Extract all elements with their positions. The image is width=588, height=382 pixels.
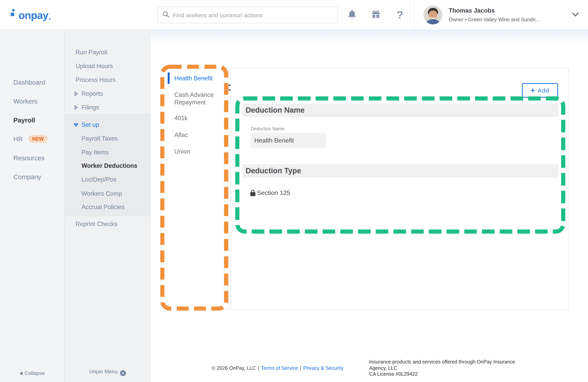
question-mark-icon: ? <box>397 9 403 21</box>
menu-item-upload-hours[interactable]: Upload Hours <box>76 61 113 71</box>
collapse-menu-button[interactable]: Collapse <box>0 370 64 376</box>
privacy-security-link[interactable]: Privacy & Security <box>303 365 343 371</box>
menu-item-accrual-policies[interactable]: Accrual Policies <box>82 202 125 212</box>
deduction-type-value: Section 125 <box>250 189 290 197</box>
primary-sidebar: Dashboard Workers Payroll HR NEW Resourc… <box>0 30 64 382</box>
unpin-menu-button[interactable]: Unpin Menu✕ <box>64 368 151 376</box>
payroll-submenu: Run Payroll Upload Hours Process Hours R… <box>64 30 151 382</box>
deduction-item-aflac[interactable]: Aflac <box>174 131 224 139</box>
footer-insurance-disclaimer: Insurance products and services offered … <box>369 359 515 378</box>
sidebar-item-dashboard[interactable]: Dashboard <box>13 77 45 88</box>
triangle-right-icon[interactable] <box>74 89 78 98</box>
menu-item-reports[interactable]: Reports <box>82 89 103 98</box>
user-menu[interactable]: Thomas Jacobs Owner • Green Valley Wine … <box>414 0 588 30</box>
deduction-item-cash-advance-repayment[interactable]: Cash Advance Repayment <box>174 91 224 106</box>
menu-item-payroll-taxes[interactable]: Payroll Taxes <box>82 134 118 143</box>
menu-item-loc-dep-pos[interactable]: Loc/Dep/Pos <box>82 175 117 184</box>
notifications-button[interactable] <box>344 7 360 23</box>
menu-item-run-payroll[interactable]: Run Payroll <box>76 48 107 57</box>
search-icon <box>163 11 169 19</box>
deduction-detail-panel: + Add Deduction Name Deduction Name Dedu… <box>231 68 569 310</box>
main-content: Payroll Deductions Health Benefit Cash A… <box>151 30 588 382</box>
sidebar-item-payroll[interactable]: Payroll <box>13 115 35 125</box>
gift-icon <box>371 9 380 21</box>
deduction-list-panel: Health Benefit Cash Advance Repayment 40… <box>161 68 229 310</box>
plus-icon: + <box>530 86 535 95</box>
menu-item-pay-items[interactable]: Pay Items <box>82 148 109 157</box>
search-input[interactable] <box>173 12 333 18</box>
deduction-name-section-header: Deduction Name <box>242 104 559 117</box>
app-window: onpay ® ? Thomas Jacobs <box>0 0 588 382</box>
triangle-left-icon <box>20 372 22 376</box>
help-button[interactable]: ? <box>392 7 408 23</box>
chevron-down-icon <box>572 11 579 19</box>
whats-new-button[interactable] <box>368 7 384 23</box>
deduction-name-input[interactable] <box>251 133 326 148</box>
menu-item-set-up[interactable]: Set up <box>82 120 99 130</box>
setup-subsection: Set up Payroll Taxes Pay Items Worker De… <box>64 114 151 216</box>
onpay-logo-mark-icon <box>11 8 17 21</box>
deduction-name-field-label: Deduction Name <box>251 126 284 131</box>
menu-item-workers-comp[interactable]: Workers Comp <box>82 189 122 199</box>
sidebar-item-company[interactable]: Company <box>13 172 41 182</box>
top-bar: onpay ® ? Thomas Jacobs <box>0 0 588 30</box>
new-badge: NEW <box>28 135 48 143</box>
menu-item-reprint-checks[interactable]: Reprint Checks <box>76 219 117 229</box>
sidebar-item-workers[interactable]: Workers <box>13 96 37 106</box>
bell-icon <box>347 9 356 21</box>
circle-close-icon: ✕ <box>120 370 126 376</box>
deduction-item-union[interactable]: Union <box>174 148 224 155</box>
deduction-type-section-header: Deduction Type <box>242 164 559 178</box>
triangle-right-icon[interactable] <box>74 103 78 112</box>
sidebar-item-resources[interactable]: Resources <box>13 153 44 163</box>
menu-item-worker-deductions[interactable]: Worker Deductions <box>82 161 137 171</box>
active-item-indicator <box>168 72 170 84</box>
user-name: Thomas Jacobs <box>449 7 495 14</box>
add-deduction-button[interactable]: + Add <box>522 83 558 98</box>
menu-item-process-hours[interactable]: Process Hours <box>76 75 116 85</box>
deduction-item-401k[interactable]: 401k <box>174 114 224 122</box>
user-subtitle: Owner • Green Valley Wine and Sundri... <box>449 17 540 22</box>
footer-copyright: © 2026 OnPay, LLC|Terms of Service|Priva… <box>212 365 343 371</box>
avatar <box>423 5 442 24</box>
lock-icon <box>250 190 255 196</box>
deduction-item-health-benefit[interactable]: Health Benefit <box>174 74 224 82</box>
sidebar-item-hr[interactable]: HR NEW <box>13 134 48 144</box>
triangle-down-icon[interactable] <box>74 120 78 130</box>
menu-item-filings[interactable]: Filings <box>82 103 99 112</box>
onpay-logo[interactable]: onpay ® <box>11 8 51 21</box>
terms-of-service-link[interactable]: Terms of Service <box>261 365 298 371</box>
global-search[interactable] <box>157 7 338 23</box>
registered-mark: ® <box>49 17 51 21</box>
onpay-logo-text: onpay <box>19 9 48 21</box>
